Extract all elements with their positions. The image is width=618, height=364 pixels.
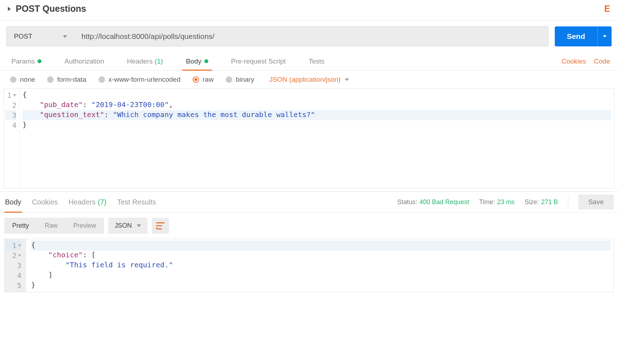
view-raw[interactable]: Raw xyxy=(37,218,65,234)
tab-headers[interactable]: Headers (1) xyxy=(123,52,166,70)
fold-icon[interactable] xyxy=(18,244,21,247)
tab-pre-request[interactable]: Pre-request Script xyxy=(228,52,289,70)
body-type-xform[interactable]: x-www-form-urlencoded xyxy=(99,76,181,84)
response-format-select[interactable]: JSON xyxy=(108,218,148,234)
view-toolbar: Pretty Raw Preview JSON xyxy=(0,213,618,239)
tab-count: (1) xyxy=(155,57,163,65)
save-response-button[interactable]: Save xyxy=(578,194,614,209)
url-bar: POST http://localhost:8000/api/polls/que… xyxy=(0,21,618,52)
tab-params[interactable]: Params xyxy=(8,52,45,70)
chevron-down-icon xyxy=(345,79,349,81)
chevron-down-icon xyxy=(137,224,141,227)
format-label: JSON xyxy=(115,222,132,229)
radio-icon xyxy=(47,76,54,83)
code-token: { xyxy=(23,90,27,99)
wrap-lines-button[interactable] xyxy=(152,218,169,234)
radio-icon xyxy=(226,76,232,83)
tab-label: Headers xyxy=(127,57,153,65)
code-token: } xyxy=(31,280,35,289)
cookies-link[interactable]: Cookies xyxy=(562,57,586,65)
size-value: 271 B xyxy=(541,198,558,206)
code-token: "2019-04-23T00:00" xyxy=(91,100,169,109)
tab-label: Cookies xyxy=(32,198,58,206)
tab-authorization[interactable]: Authorization xyxy=(61,52,108,70)
tab-label: Body xyxy=(186,57,201,65)
radio-label: x-www-form-urlencoded xyxy=(109,76,181,84)
radio-label: raw xyxy=(203,76,214,84)
status-value: 400 Bad Request xyxy=(419,198,469,206)
tab-label: Test Results xyxy=(117,198,156,206)
fold-icon[interactable] xyxy=(18,254,21,257)
tab-label: Headers xyxy=(69,198,96,206)
code-token: "pub_date" xyxy=(40,100,83,109)
tab-tests[interactable]: Tests xyxy=(305,52,328,70)
http-method-select[interactable]: POST xyxy=(6,26,74,46)
divider xyxy=(568,196,568,208)
code-token: "Which company makes the most durable wa… xyxy=(113,110,315,119)
meta-label: Time: xyxy=(479,198,495,206)
label: Preview xyxy=(73,222,96,229)
label: Pretty xyxy=(12,222,29,229)
code-token: { xyxy=(31,241,35,249)
radio-label: form-data xyxy=(57,76,86,84)
code-token: "choice" xyxy=(48,251,83,259)
response-header: Body Cookies Headers(7) Test Results Sta… xyxy=(0,191,618,213)
activity-dot-icon xyxy=(38,59,41,63)
body-type-none[interactable]: none xyxy=(10,76,35,84)
body-type-row: none form-data x-www-form-urlencoded raw… xyxy=(0,71,618,89)
code-token: : [ xyxy=(83,251,96,259)
fold-icon[interactable] xyxy=(13,94,16,96)
tab-label: Authorization xyxy=(64,57,104,65)
meta-label: Size: xyxy=(525,198,539,206)
line-gutter: 1 2 3 4 5 xyxy=(5,239,26,292)
size-block: Size:271 B xyxy=(525,198,558,206)
send-dropdown[interactable] xyxy=(597,26,612,46)
label: Raw xyxy=(45,222,58,229)
radio-selected-icon xyxy=(193,76,199,83)
url-input[interactable]: http://localhost:8000/api/polls/question… xyxy=(74,26,548,46)
code-token: } xyxy=(23,120,27,129)
http-method-value: POST xyxy=(14,32,33,40)
view-mode-segment: Pretty Raw Preview xyxy=(4,218,104,234)
view-pretty[interactable]: Pretty xyxy=(4,218,37,234)
send-label: Send xyxy=(555,26,597,46)
code-area[interactable]: { "pub_date": "2019-04-23T00:00", "quest… xyxy=(20,89,614,188)
send-button[interactable]: Send xyxy=(555,26,612,46)
time-block: Time:23 ms xyxy=(479,198,514,206)
request-name: POST Questions xyxy=(16,4,86,14)
line-gutter: 1 2 3 4 xyxy=(4,89,20,188)
code-token: ] xyxy=(48,271,53,279)
code-token: "This field is required." xyxy=(65,261,173,269)
radio-label: binary xyxy=(236,76,254,84)
header-right-cutoff: E xyxy=(604,4,610,14)
tab-body[interactable]: Body xyxy=(182,52,211,70)
caret-right-icon[interactable] xyxy=(8,7,11,11)
response-body-editor[interactable]: 1 2 3 4 5 { "choice": [ "This field is r… xyxy=(4,239,614,292)
resp-tab-body[interactable]: Body xyxy=(4,192,22,212)
activity-dot-icon xyxy=(204,59,208,63)
body-type-raw[interactable]: raw xyxy=(193,76,214,84)
content-type-label: JSON (application/json) xyxy=(269,76,341,84)
tab-label: Params xyxy=(11,57,35,65)
radio-icon xyxy=(99,76,105,83)
resp-tab-test-results[interactable]: Test Results xyxy=(116,192,157,212)
view-preview[interactable]: Preview xyxy=(65,218,104,234)
response-tabs: Body Cookies Headers(7) Test Results xyxy=(4,192,157,212)
tab-label: Body xyxy=(5,198,21,206)
url-value: http://localhost:8000/api/polls/question… xyxy=(81,32,214,41)
status-block: Status:400 Bad Request xyxy=(397,198,469,206)
body-type-form-data[interactable]: form-data xyxy=(47,76,86,84)
request-tabs-right: Cookies Code xyxy=(562,57,610,65)
resp-tab-headers[interactable]: Headers(7) xyxy=(68,192,107,212)
body-type-binary[interactable]: binary xyxy=(226,76,254,84)
request-tabs: Params Authorization Headers (1) Body Pr… xyxy=(0,52,618,71)
tab-count: (7) xyxy=(98,198,106,206)
resp-tab-cookies[interactable]: Cookies xyxy=(31,192,59,212)
meta-label: Status: xyxy=(397,198,417,206)
request-body-editor[interactable]: 1 2 3 4 { "pub_date": "2019-04-23T00:00"… xyxy=(4,89,614,188)
content-type-select[interactable]: JSON (application/json) xyxy=(269,76,349,84)
radio-label: none xyxy=(20,76,35,84)
code-link[interactable]: Code xyxy=(594,57,610,65)
time-value: 23 ms xyxy=(497,198,515,206)
wrap-icon xyxy=(156,222,165,229)
